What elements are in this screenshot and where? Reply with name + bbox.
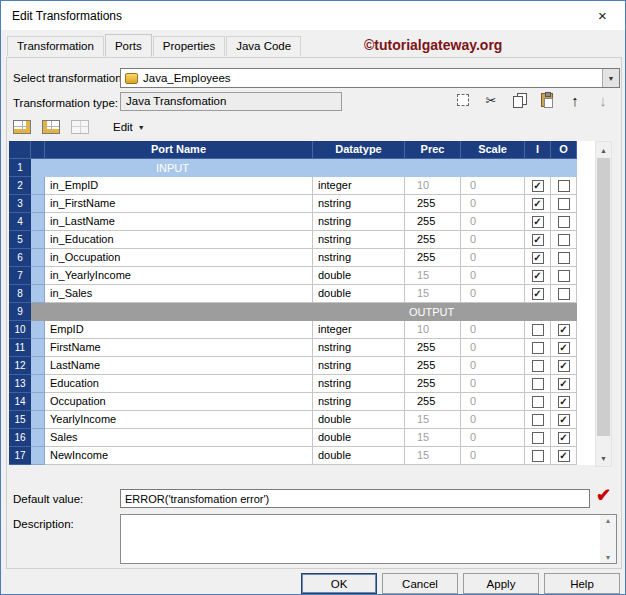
row-number[interactable]: 4 bbox=[9, 213, 31, 231]
row-number[interactable]: 1 bbox=[9, 159, 31, 177]
row-selector[interactable] bbox=[31, 429, 45, 447]
transformation-combobox[interactable]: Java_Employees ▼ bbox=[120, 68, 620, 88]
port-name-cell[interactable]: Education bbox=[45, 375, 313, 393]
output-checkbox[interactable]: ✓ bbox=[558, 360, 570, 372]
paste-icon[interactable] bbox=[537, 90, 557, 110]
table-row[interactable]: 17NewIncomedouble150✓ bbox=[9, 447, 595, 465]
port-name-cell[interactable]: FirstName bbox=[45, 339, 313, 357]
scale-cell[interactable]: 0 bbox=[461, 393, 525, 411]
output-checkbox[interactable] bbox=[558, 270, 570, 282]
table-row[interactable]: 5in_Educationnstring2550✓ bbox=[9, 231, 595, 249]
datatype-cell[interactable]: nstring bbox=[313, 357, 405, 375]
port-name-cell[interactable]: Sales bbox=[45, 429, 313, 447]
delete-port-icon[interactable] bbox=[41, 117, 61, 137]
description-scrollbar[interactable]: ▲ ▼ bbox=[600, 515, 616, 563]
table-row[interactable]: 6in_Occupationnstring2550✓ bbox=[9, 249, 595, 267]
table-row[interactable]: 2in_EmpIDinteger100✓ bbox=[9, 177, 595, 195]
port-name-cell[interactable]: in_LastName bbox=[45, 213, 313, 231]
prec-cell[interactable]: 255 bbox=[405, 231, 461, 249]
copy-port-icon[interactable] bbox=[70, 117, 90, 137]
prec-cell[interactable]: 15 bbox=[405, 429, 461, 447]
table-row[interactable]: 10EmpIDinteger100✓ bbox=[9, 321, 595, 339]
output-checkbox[interactable]: ✓ bbox=[558, 450, 570, 462]
input-checkbox[interactable] bbox=[532, 450, 544, 462]
row-number[interactable]: 14 bbox=[9, 393, 31, 411]
edit-menu-button[interactable]: Edit ▼ bbox=[105, 119, 153, 135]
input-checkbox[interactable]: ✓ bbox=[532, 180, 544, 192]
input-checkbox[interactable]: ✓ bbox=[532, 288, 544, 300]
prec-cell[interactable]: 10 bbox=[405, 321, 461, 339]
row-number[interactable]: 12 bbox=[9, 357, 31, 375]
input-checkbox[interactable] bbox=[532, 432, 544, 444]
scale-cell[interactable]: 0 bbox=[461, 375, 525, 393]
prec-cell[interactable]: 255 bbox=[405, 249, 461, 267]
input-checkbox[interactable] bbox=[532, 342, 544, 354]
desc-scroll-up-icon[interactable]: ▲ bbox=[605, 517, 612, 524]
new-selection-icon[interactable] bbox=[453, 90, 473, 110]
prec-cell[interactable]: 15 bbox=[405, 285, 461, 303]
datatype-cell[interactable]: nstring bbox=[313, 231, 405, 249]
row-number[interactable]: 10 bbox=[9, 321, 31, 339]
row-selector[interactable] bbox=[31, 339, 45, 357]
ok-button[interactable]: OK bbox=[301, 573, 377, 594]
output-checkbox[interactable]: ✓ bbox=[558, 378, 570, 390]
scale-cell[interactable]: 0 bbox=[461, 249, 525, 267]
tab-java-code[interactable]: Java Code bbox=[226, 36, 301, 56]
row-selector[interactable] bbox=[31, 177, 45, 195]
header-datatype[interactable]: Datatype bbox=[313, 141, 405, 159]
row-number[interactable]: 17 bbox=[9, 447, 31, 465]
row-selector[interactable] bbox=[31, 321, 45, 339]
header-output[interactable]: O bbox=[551, 141, 577, 159]
port-name-cell[interactable]: NewIncome bbox=[45, 447, 313, 465]
row-selector[interactable] bbox=[31, 411, 45, 429]
table-scrollbar[interactable]: ▲ ▼ bbox=[595, 141, 612, 467]
port-name-cell[interactable]: LastName bbox=[45, 357, 313, 375]
chevron-down-icon[interactable]: ▼ bbox=[602, 69, 619, 87]
input-checkbox[interactable] bbox=[532, 414, 544, 426]
port-name-cell[interactable]: EmpID bbox=[45, 321, 313, 339]
row-number[interactable]: 2 bbox=[9, 177, 31, 195]
default-value-input[interactable] bbox=[120, 489, 590, 508]
table-row[interactable]: 13Educationnstring2550✓ bbox=[9, 375, 595, 393]
header-prec[interactable]: Prec bbox=[405, 141, 461, 159]
datatype-cell[interactable]: integer bbox=[313, 321, 405, 339]
output-checkbox[interactable] bbox=[558, 234, 570, 246]
output-checkbox[interactable] bbox=[558, 252, 570, 264]
datatype-cell[interactable]: double bbox=[313, 267, 405, 285]
port-name-cell[interactable]: in_EmpID bbox=[45, 177, 313, 195]
table-row[interactable]: 9OUTPUT bbox=[9, 303, 595, 321]
input-checkbox[interactable]: ✓ bbox=[532, 198, 544, 210]
output-checkbox[interactable]: ✓ bbox=[558, 396, 570, 408]
add-port-icon[interactable] bbox=[12, 117, 32, 137]
row-number[interactable]: 9 bbox=[9, 303, 31, 321]
datatype-cell[interactable]: double bbox=[313, 429, 405, 447]
table-row[interactable]: 4in_LastNamenstring2550✓ bbox=[9, 213, 595, 231]
scale-cell[interactable]: 0 bbox=[461, 447, 525, 465]
row-number[interactable]: 8 bbox=[9, 285, 31, 303]
input-checkbox[interactable] bbox=[532, 360, 544, 372]
row-number[interactable]: 6 bbox=[9, 249, 31, 267]
table-row[interactable]: 16Salesdouble150✓ bbox=[9, 429, 595, 447]
port-name-cell[interactable]: in_Occupation bbox=[45, 249, 313, 267]
row-number[interactable]: 11 bbox=[9, 339, 31, 357]
row-number[interactable]: 13 bbox=[9, 375, 31, 393]
datatype-cell[interactable]: nstring bbox=[313, 213, 405, 231]
input-checkbox[interactable] bbox=[532, 396, 544, 408]
tab-properties[interactable]: Properties bbox=[153, 36, 225, 56]
datatype-cell[interactable]: double bbox=[313, 447, 405, 465]
prec-cell[interactable]: 10 bbox=[405, 177, 461, 195]
output-checkbox[interactable]: ✓ bbox=[558, 432, 570, 444]
copy-icon[interactable] bbox=[509, 90, 529, 110]
table-row[interactable]: 1INPUT bbox=[9, 159, 595, 177]
row-number[interactable]: 15 bbox=[9, 411, 31, 429]
tab-ports[interactable]: Ports bbox=[105, 34, 152, 57]
header-port-name[interactable]: Port Name bbox=[45, 141, 313, 159]
output-checkbox[interactable]: ✓ bbox=[558, 342, 570, 354]
input-checkbox[interactable]: ✓ bbox=[532, 216, 544, 228]
scale-cell[interactable]: 0 bbox=[461, 285, 525, 303]
datatype-cell[interactable]: nstring bbox=[313, 393, 405, 411]
input-checkbox[interactable]: ✓ bbox=[532, 270, 544, 282]
output-checkbox[interactable]: ✓ bbox=[558, 414, 570, 426]
table-row[interactable]: 15YearlyIncomedouble150✓ bbox=[9, 411, 595, 429]
output-checkbox[interactable] bbox=[558, 288, 570, 300]
